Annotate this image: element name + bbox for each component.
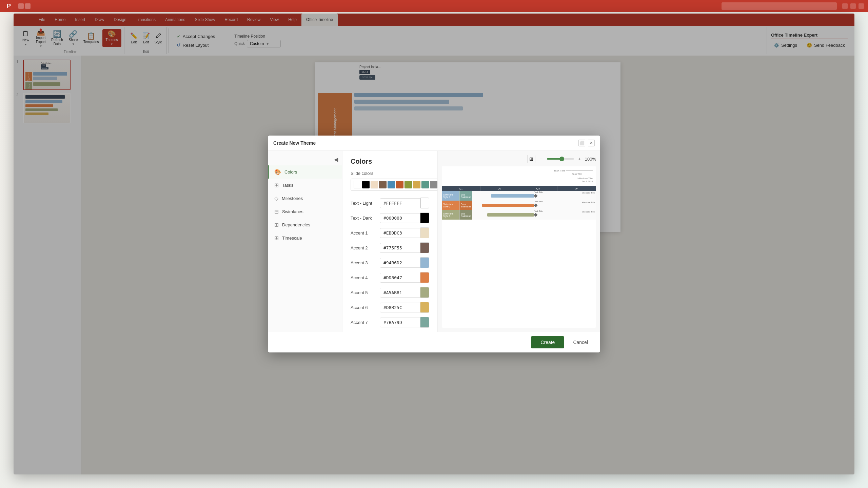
accent-4-preview[interactable] <box>420 272 429 283</box>
accent-1-input[interactable] <box>380 228 420 238</box>
accent-3-preview[interactable] <box>420 257 429 268</box>
milestone-1 <box>534 194 537 198</box>
swatch-green[interactable] <box>405 181 412 188</box>
task-title-right-2: Task Title ────── <box>445 173 593 175</box>
cancel-button[interactable]: Cancel <box>568 336 593 348</box>
zoom-control: − + 100% <box>538 156 596 162</box>
modal-main: Colors Slide colors <box>342 151 437 332</box>
milestones-icon: ◇ <box>274 195 278 202</box>
swimlane-name-box-1: Swimlane Style 1 <box>442 191 459 201</box>
dependencies-label: Dependencies <box>282 222 310 227</box>
accent-1-preview[interactable] <box>420 227 429 238</box>
preview-task-area: Task Title ────────────── Task Title ───… <box>442 166 596 186</box>
sidebar-item-milestones[interactable]: ◇ Milestones <box>268 192 342 205</box>
accent-5-label: Accent 5 <box>351 290 380 295</box>
text-dark-input[interactable] <box>380 213 420 223</box>
title-bar-btn-2[interactable] <box>25 3 31 9</box>
swimlane-track-2: Task Title Milestone Title <box>472 201 596 210</box>
text-dark-preview[interactable] <box>420 212 429 223</box>
swatch-teal[interactable] <box>421 181 429 188</box>
modal-footer: Create Cancel <box>268 332 600 352</box>
color-swatches-row: ▼ <box>351 179 437 191</box>
sidebar-item-timescale[interactable]: ⊞ Timescale <box>268 231 342 245</box>
sidebar-item-colors[interactable]: 🎨 Colors <box>268 165 342 179</box>
maximize-button[interactable] <box>850 3 856 9</box>
minimize-button[interactable] <box>842 3 848 9</box>
color-row-accent-3: Accent 3 <box>351 257 429 268</box>
app-window: File Home Insert Draw Design Transitions… <box>14 14 854 474</box>
dependencies-icon: ⊞ <box>274 222 279 228</box>
color-row-accent-1: Accent 1 <box>351 227 429 238</box>
preview-canvas: Task Title ────────────── Task Title ───… <box>442 166 596 328</box>
accent-7-preview[interactable] <box>420 317 429 328</box>
text-dark-label: Text - Dark <box>351 216 380 221</box>
zoom-plus-button[interactable]: + <box>576 156 583 162</box>
sidebar-item-dependencies[interactable]: ⊞ Dependencies <box>268 218 342 231</box>
accent-3-input[interactable] <box>380 258 420 268</box>
timescale-icon: ⊞ <box>274 235 279 241</box>
milestone-label-1: Milestone Title <box>582 192 595 194</box>
quarter-q3: Q3 <box>519 186 558 191</box>
swatch-brown[interactable] <box>379 181 387 188</box>
swatch-cream[interactable] <box>371 181 378 188</box>
zoom-slider-thumb[interactable] <box>559 157 564 161</box>
accent-6-label: Accent 6 <box>351 305 380 310</box>
swatch-gray[interactable] <box>430 181 437 188</box>
swatch-black[interactable] <box>362 181 370 188</box>
swimlane-bar-2 <box>482 204 534 207</box>
accent-5-preview[interactable] <box>420 287 429 298</box>
accent-2-input[interactable] <box>380 243 420 253</box>
swimlane-bar-1 <box>491 194 534 198</box>
title-bar-btn-1[interactable] <box>18 3 24 9</box>
accent-5-input[interactable] <box>380 288 420 298</box>
milestone-label-2: Milestone Title <box>582 201 595 203</box>
accent-6-preview[interactable] <box>420 302 429 313</box>
title-bar: P <box>0 0 868 12</box>
swatch-orange[interactable] <box>396 181 403 188</box>
zoom-slider[interactable] <box>547 158 574 160</box>
milestone-3 <box>534 213 537 217</box>
grid-view-button[interactable]: ⊞ <box>527 155 535 163</box>
title-bar-search[interactable] <box>722 2 837 10</box>
close-button[interactable] <box>859 3 864 9</box>
accent-4-input[interactable] <box>380 273 420 283</box>
swatch-white[interactable] <box>354 181 361 188</box>
swimlane-sub-box-3: Sub-Swimlane <box>459 210 472 220</box>
text-light-preview[interactable] <box>420 198 429 208</box>
task-label-1: Task Title <box>534 191 543 193</box>
sidebar-collapse-button[interactable]: ◀ <box>268 154 342 165</box>
colors-title: Colors <box>351 158 429 165</box>
task-label-2: Task Title <box>534 201 543 203</box>
modal-maximize-button[interactable]: ⬜ <box>578 140 585 146</box>
zoom-minus-button[interactable]: − <box>538 156 545 162</box>
swimlane-sub-box-2: Sub-Swimlane <box>459 201 472 210</box>
swimlane-row-1: Swimlane Style 1 Sub-Swimlane Task Title… <box>442 191 596 201</box>
sidebar-item-tasks[interactable]: ⊞ Tasks <box>268 179 342 192</box>
color-row-accent-6: Accent 6 <box>351 302 429 313</box>
color-row-text-dark: Text - Dark <box>351 212 429 223</box>
colors-icon: 🎨 <box>274 169 281 175</box>
modal-preview-panel: ⊞ − + 100% <box>437 151 600 332</box>
app-logo: P <box>4 1 14 11</box>
swatch-blue[interactable] <box>388 181 395 188</box>
swatch-gold[interactable] <box>413 181 420 188</box>
text-light-input[interactable] <box>380 198 420 208</box>
sidebar-item-swimlanes[interactable]: ⊟ Swimlanes <box>268 205 342 218</box>
color-row-accent-7: Accent 7 <box>351 317 429 328</box>
accent-2-preview[interactable] <box>420 242 429 253</box>
milestone-2 <box>534 203 537 207</box>
milestone-title-right: Milestone Title <box>445 177 593 180</box>
quarter-q1: Q1 <box>442 186 480 191</box>
swimlane-name-box-3: Swimlane Style 3 <box>442 210 459 220</box>
create-button[interactable]: Create <box>531 336 564 348</box>
color-row-accent-2: Accent 2 <box>351 242 429 253</box>
accent-7-label: Accent 7 <box>351 320 380 325</box>
accent-7-input[interactable] <box>380 318 420 327</box>
text-light-label: Text - Light <box>351 201 380 206</box>
task-title-right: Task Title ────────────── <box>445 169 593 172</box>
modal-win-buttons: ⬜ ✕ <box>578 140 595 146</box>
swimlane-label-3: Swimlane Style 3 Sub-Swimlane <box>442 210 472 220</box>
accent-6-input[interactable] <box>380 303 420 312</box>
tasks-label: Tasks <box>282 183 293 188</box>
modal-close-button[interactable]: ✕ <box>588 140 595 146</box>
